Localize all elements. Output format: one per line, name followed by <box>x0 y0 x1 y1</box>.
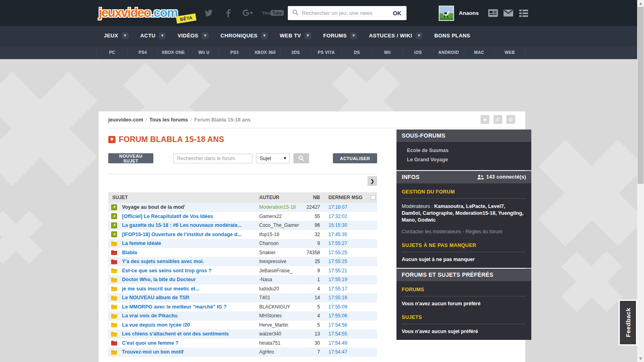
site-logo[interactable]: jeuxvideo.com BÊTA <box>99 4 178 23</box>
search-ok-button[interactable]: OK <box>388 10 407 16</box>
topic-last-msg-link[interactable]: 17:54:47 <box>320 349 368 355</box>
username[interactable]: Anaons <box>459 10 479 16</box>
platform-ps4[interactable]: PS4 <box>127 45 158 59</box>
topic-last-msg-link[interactable]: 15:15:30 <box>320 222 368 228</box>
topic-title-link[interactable]: La vue depuis mon lycée /20 <box>119 322 257 328</box>
topic-title-link[interactable]: Le NOUVEAU album de TSR <box>119 295 257 300</box>
contact-phone-icon[interactable]: ✆ <box>493 115 502 124</box>
topic-last-msg-link[interactable]: 17:55:16 <box>320 295 368 300</box>
topic-title-link[interactable]: [IFOP15-18] Ouverture de l'institut de s… <box>119 232 257 237</box>
topic-title-link[interactable]: je me suis inscrit sur meetic et... <box>119 286 257 292</box>
chevron-down-icon[interactable]: ▼ <box>416 33 422 39</box>
nav-item-web-tv[interactable]: WEB TV▼ <box>280 33 311 39</box>
feedback-button[interactable]: Feedback <box>619 300 637 346</box>
scroll-up-arrow[interactable]: ▲ <box>637 2 644 5</box>
select-all-checkbox[interactable] <box>371 195 376 200</box>
platform-xbox-360[interactable]: XBOX 360 <box>250 45 280 59</box>
chevron-down-icon[interactable]: ▼ <box>351 33 357 39</box>
platform-pc[interactable]: PC <box>97 45 127 59</box>
topic-last-msg-link[interactable]: 17:55:21 <box>320 268 368 274</box>
topic-title-link[interactable]: Est-ce que ses seins sont trop gros ? <box>119 268 257 274</box>
topic-last-msg-link[interactable]: 17:55:06 <box>320 313 368 319</box>
platform-ios[interactable]: iOS <box>402 45 433 59</box>
topic-last-msg-link[interactable]: 17:55:27 <box>320 241 368 246</box>
platform-3ds[interactable]: 3DS <box>280 45 311 59</box>
chevron-down-icon[interactable]: ▼ <box>261 33 268 39</box>
topic-filter-select[interactable]: Sujet ▼ <box>256 153 290 163</box>
topic-last-msg-link[interactable]: 17:16:07 <box>320 204 368 210</box>
favorite-star-icon[interactable]: ★ <box>481 115 489 124</box>
topic-last-msg-link[interactable]: 17:54:58 <box>320 322 368 328</box>
notifications-list-icon[interactable] <box>518 9 529 18</box>
topic-last-msg-link[interactable]: 17:55:09 <box>320 304 368 310</box>
site-search-input[interactable] <box>302 10 388 16</box>
topic-title-link[interactable]: La femme idéale <box>119 241 257 246</box>
topic-last-msg-link[interactable]: 17:32:02 <box>320 214 368 219</box>
topic-title-link[interactable]: C'est quoi une femme ? <box>119 340 257 346</box>
new-topic-button[interactable]: NOUVEAU SUJET <box>108 153 153 163</box>
topic-title-link[interactable]: La gazette du 15-18 : #6 Les nouveaux mo… <box>119 222 257 228</box>
platform-android[interactable]: ANDROID <box>433 45 464 59</box>
nav-item-bons-plans[interactable]: BONS PLANS <box>434 33 470 39</box>
topic-last-msg-link[interactable]: 17:45:35 <box>320 232 368 237</box>
nav-item-forums[interactable]: FORUMS▼ <box>323 33 357 39</box>
facebook-icon[interactable] <box>223 8 234 18</box>
nav-item-chroniques[interactable]: CHRONIQUES▼ <box>221 33 268 39</box>
topic-last-msg-link[interactable]: 17:54:49 <box>320 340 368 346</box>
topic-title-link[interactable]: Trouvez-moi un bon motif <box>119 349 257 355</box>
topic-title-link[interactable]: La vrai voix de Pikachu <box>119 313 257 319</box>
nav-item-jeux[interactable]: JEUX▼ <box>104 33 128 39</box>
next-page-button[interactable]: ❯ <box>367 176 377 186</box>
googleplus-icon[interactable] <box>242 8 254 18</box>
topic-title-link[interactable]: Voyage au bout de la mod' <box>119 204 257 210</box>
topic-message-count: 9 <box>302 268 320 274</box>
site-search: OK <box>288 6 407 20</box>
topic-title-link[interactable]: Y'a des sujets sensibles avec moi. <box>119 259 257 264</box>
platform-wii[interactable]: Wii <box>372 45 402 59</box>
breadcrumb-item[interactable]: Tous les forums <box>149 117 188 123</box>
nav-item-astuces-wiki[interactable]: ASTUCES / WIKI▼ <box>369 33 422 39</box>
chevron-down-icon[interactable]: ▼ <box>202 33 208 39</box>
platform-ps-vita[interactable]: PS VITA <box>311 45 341 59</box>
topic-last-msg-link[interactable]: 17:55:25 <box>320 259 368 264</box>
user-area: Anaons <box>439 0 531 26</box>
topic-last-msg-link[interactable]: 17:54:55 <box>320 331 368 337</box>
nav-item-vid-os[interactable]: VIDÉOS▼ <box>178 33 208 39</box>
forum-search-input[interactable] <box>173 154 252 163</box>
platform-ds[interactable]: DS <box>341 45 372 59</box>
forum-rules-link[interactable]: Règles du forum <box>465 229 502 234</box>
profile-card-icon[interactable] <box>488 9 498 18</box>
subforum-link-le-grand-voyage[interactable]: Le Grand Voyage <box>402 155 526 165</box>
topic-title-link[interactable]: [Officiel] Le Récapitulatif de Vos Idées <box>119 214 257 219</box>
forum-search-button[interactable] <box>293 153 309 163</box>
messages-icon[interactable] <box>503 9 514 18</box>
topic-title-link[interactable]: Doctor Who, la bite du Docteur <box>119 277 257 282</box>
contact-moderators-link[interactable]: Contacter les modérateurs <box>402 229 461 234</box>
chevron-down-icon[interactable]: ▼ <box>122 33 128 39</box>
scrollbar-thumb[interactable] <box>638 7 644 184</box>
divider <box>108 128 516 128</box>
subforums-header: SOUS-FORUMS <box>396 130 531 142</box>
settings-gear-icon[interactable]: ⚙ <box>506 115 515 124</box>
breadcrumb-item[interactable]: jeuxvideo.com <box>108 117 143 123</box>
platform-wii-u[interactable]: Wii U <box>188 45 219 59</box>
topic-title-link[interactable]: Blabla <box>119 250 257 255</box>
topic-last-msg-link[interactable]: 17:55:25 <box>320 250 368 255</box>
subforum-link-ecole-de-suumas[interactable]: Ecole de Suumas <box>402 146 526 155</box>
topic-title-link[interactable]: Le MMORPG avec le meilleur "marché" IG ? <box>119 304 257 310</box>
twitter-icon[interactable] <box>203 8 214 18</box>
youtube-icon[interactable]: YouTube <box>262 8 284 18</box>
topic-last-msg-link[interactable]: 17:55:17 <box>320 286 368 292</box>
topic-title-link[interactable]: Les chiens s'attachent et ont des sentim… <box>119 331 257 337</box>
platform-web[interactable]: WEB <box>494 45 525 59</box>
topic-last-msg-link[interactable]: 17:55:19 <box>320 277 368 282</box>
chevron-down-icon[interactable]: ▼ <box>305 33 311 39</box>
platform-xbox-one[interactable]: XBOX ONE <box>158 45 188 59</box>
platform-ps3[interactable]: PS3 <box>219 45 250 59</box>
avatar[interactable] <box>439 6 454 21</box>
scroll-down-arrow[interactable]: ▼ <box>637 357 644 360</box>
chevron-down-icon[interactable]: ▼ <box>159 33 165 39</box>
nav-item-actu[interactable]: ACTU▼ <box>140 33 166 39</box>
platform-mac[interactable]: MAC <box>464 45 494 59</box>
refresh-button[interactable]: ACTUALISER <box>333 153 377 163</box>
